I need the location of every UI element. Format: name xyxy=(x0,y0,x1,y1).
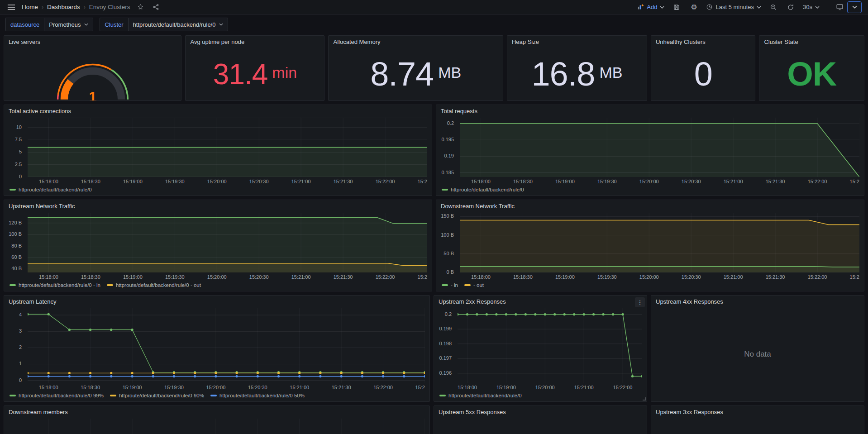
x-tick-label: 15:19:30 xyxy=(159,274,191,280)
gauge-value-text: 1 xyxy=(89,89,96,101)
timeseries-chart: 2 xyxy=(4,418,429,434)
legend-item[interactable]: httproute/default/backend/rule/0 50% xyxy=(210,393,305,398)
chart-plot-area[interactable] xyxy=(28,213,427,272)
panel-title[interactable]: Unhealthy Clusters xyxy=(651,36,755,48)
x-tick-label: 15:18:30 xyxy=(75,274,106,280)
no-data-message: No data xyxy=(651,307,864,401)
add-panel-button[interactable]: Add xyxy=(637,4,664,10)
legend-item[interactable]: httproute/default/backend/rule/0 - out xyxy=(107,282,201,288)
panel-title[interactable]: Allocated Memory xyxy=(329,36,503,48)
variable-cluster[interactable]: Cluster httproute/default/backend/rule/0 xyxy=(100,18,228,31)
panel-allocated-memory: Allocated Memory 8.74 MB xyxy=(328,35,503,101)
chart-plot-area[interactable] xyxy=(460,213,859,272)
variable-value-dropdown[interactable]: Prometheus xyxy=(44,18,93,31)
panel-title[interactable]: Upstream 4xx Responses xyxy=(651,296,864,307)
zoom-out-icon[interactable] xyxy=(768,2,778,12)
gauge: 1 xyxy=(4,48,181,101)
legend-item[interactable]: httproute/default/backend/rule/0 xyxy=(10,187,92,192)
breadcrumb-home[interactable]: Home xyxy=(22,4,38,10)
variable-datasource[interactable]: datasource Prometheus xyxy=(5,18,93,31)
share-icon[interactable] xyxy=(151,2,161,12)
legend-item[interactable]: httproute/default/backend/rule/0 - in xyxy=(10,282,100,288)
legend-series-dash xyxy=(442,189,448,191)
panel-title[interactable]: Avg uptime per node xyxy=(186,36,324,48)
legend-item[interactable]: - in xyxy=(442,282,458,288)
x-tick-label: 15:21:00 xyxy=(284,385,315,390)
y-tick-label: 120 B xyxy=(9,220,22,225)
time-range-picker[interactable]: Last 5 minutes xyxy=(706,4,761,10)
x-tick-label: 15:20:00 xyxy=(633,274,665,280)
chart-plot-area[interactable] xyxy=(460,118,859,177)
x-axis: 15:18:0015:18:3015:19:0015:19:3015:20:00… xyxy=(4,178,427,186)
legend-item[interactable]: httproute/default/backend/rule/0 90% xyxy=(110,393,204,398)
panel-title[interactable]: Heap Size xyxy=(507,36,647,48)
settings-gear-icon[interactable]: ⚙ xyxy=(689,2,699,12)
panel-menu-kebab-icon[interactable]: ⋮ xyxy=(635,297,645,307)
panel-title[interactable]: Upstream Latency xyxy=(4,296,429,307)
y-tick-label: 0.19 xyxy=(444,153,454,158)
stat-value: OK xyxy=(787,57,836,91)
legend-series-dash xyxy=(10,189,16,191)
y-axis: 02.557.510 xyxy=(4,118,25,177)
x-tick-label: 15:21:00 xyxy=(717,274,749,280)
breadcrumb-separator: › xyxy=(84,4,86,10)
save-dashboard-icon[interactable] xyxy=(672,2,682,12)
chart-plot-area[interactable] xyxy=(28,419,425,434)
panel-title[interactable]: Total requests xyxy=(436,105,864,117)
x-tick-label: 15:20:00 xyxy=(529,385,561,390)
panel-title[interactable]: Downstream members xyxy=(4,406,429,418)
refresh-icon[interactable] xyxy=(786,2,796,12)
panel-title[interactable]: Cluster State xyxy=(759,36,864,48)
panel-total-active-connections: Total active connections 02.557.510 15:1… xyxy=(4,105,432,196)
x-tick-label: 15:22:00 xyxy=(607,385,639,390)
panel-title[interactable]: Upstream Network Traffic xyxy=(4,200,432,212)
panel-title[interactable]: Downstream Network Traffic xyxy=(436,200,864,212)
y-tick-label: 100 B xyxy=(441,232,454,238)
kiosk-monitor-icon[interactable] xyxy=(835,2,844,12)
legend-series-dash xyxy=(107,284,113,286)
x-tick-label: 15:20:30 xyxy=(243,179,275,184)
x-tick-label: 15:21:00 xyxy=(717,179,749,184)
panel-title[interactable]: Upstream 5xx Responses xyxy=(434,406,647,418)
chart-legend: httproute/default/backend/rule/0 xyxy=(436,186,859,194)
x-tick-label: 15:21:00 xyxy=(568,385,600,390)
x-tick-label: 15:21:30 xyxy=(759,179,791,184)
x-tick-label: 15:20:00 xyxy=(201,274,233,280)
clock-icon xyxy=(706,4,713,10)
legend-item[interactable]: - out xyxy=(464,282,484,288)
panel-title[interactable]: Upstream 2xx Responses xyxy=(434,296,647,307)
x-tick-label: 15:18:00 xyxy=(465,274,496,280)
panel-title[interactable]: Total active connections xyxy=(4,105,432,117)
variable-value-dropdown[interactable]: httproute/default/backend/rule/0 xyxy=(128,18,229,31)
x-axis: 15:18:0015:18:3015:19:0015:19:3015:20:00… xyxy=(436,273,859,281)
panel-upstream-3xx-responses: Upstream 3xx Responses xyxy=(651,405,864,434)
panel-resize-handle[interactable] xyxy=(643,397,646,401)
breadcrumb-dashboards[interactable]: Dashboards xyxy=(47,4,80,10)
x-tick-label: 15:19:00 xyxy=(117,274,148,280)
x-tick-label: 15:20:30 xyxy=(243,274,275,280)
chart-plot-area[interactable] xyxy=(28,118,427,177)
chevron-down-icon xyxy=(757,6,761,9)
menu-icon[interactable] xyxy=(6,2,16,12)
legend-series-dash xyxy=(210,395,217,396)
y-tick-label: 5 xyxy=(19,149,22,154)
y-axis: 40 B60 B80 B100 B120 B xyxy=(4,213,25,272)
x-tick-label: 15:18:00 xyxy=(33,385,64,390)
x-tick-label: 15:19:30 xyxy=(591,274,623,280)
panel-title[interactable]: Upstream 3xx Responses xyxy=(651,406,864,418)
legend-item[interactable]: httproute/default/backend/rule/0 xyxy=(442,187,524,192)
collapse-toolbar-button[interactable] xyxy=(847,1,862,13)
favorite-star-icon[interactable] xyxy=(136,2,146,12)
legend-item[interactable]: httproute/default/backend/rule/0 xyxy=(439,393,522,398)
panel-title[interactable]: Live servers xyxy=(4,36,181,48)
legend-item[interactable]: httproute/default/backend/rule/0 99% xyxy=(10,393,104,398)
y-axis: 0 B50 B100 B150 B xyxy=(436,213,457,272)
chart-plot-area[interactable] xyxy=(458,308,642,383)
x-tick-label: 15:20:30 xyxy=(242,385,273,390)
x-tick-label: 15:19:00 xyxy=(116,385,148,390)
x-tick-label: 15:22:30 xyxy=(411,274,427,280)
panel-downstream-members: Downstream members 2 xyxy=(4,405,430,434)
x-tick-label: 15:18:30 xyxy=(75,385,106,390)
refresh-interval-dropdown[interactable]: 30s xyxy=(803,4,820,10)
chart-plot-area[interactable] xyxy=(28,308,425,383)
